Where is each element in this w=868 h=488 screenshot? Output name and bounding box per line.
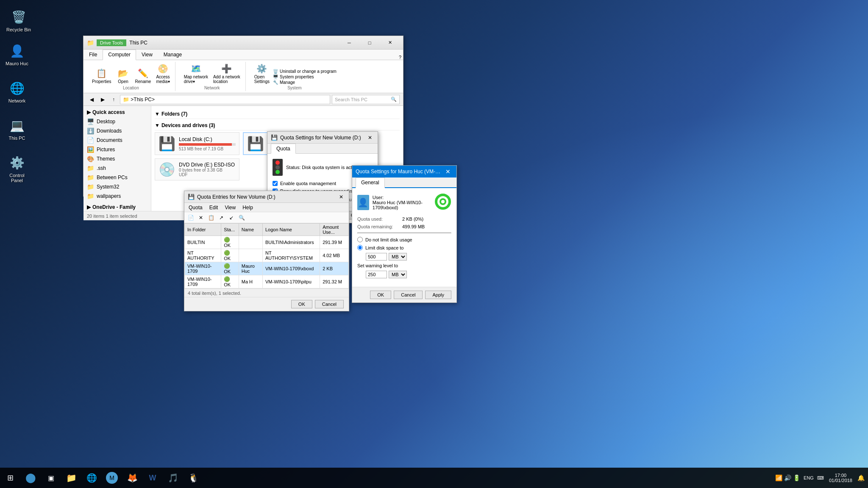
tab-computer[interactable]: Computer <box>103 50 136 60</box>
open-button[interactable]: 📂 Open <box>115 67 132 85</box>
row4-logon: VM-WIN10-1709\pitpu <box>262 275 320 288</box>
sidebar-item-pictures[interactable]: 🖼️ Pictures <box>83 145 151 154</box>
add-network-location-button[interactable]: ➕ Add a networklocation <box>211 63 242 85</box>
minimize-button[interactable]: ─ <box>339 36 359 50</box>
system-properties-button[interactable]: 🖥️ System properties <box>273 75 337 79</box>
taskbar-mauro[interactable]: M <box>102 468 122 488</box>
limit-radio[interactable] <box>357 245 363 250</box>
sidebar-item-documents[interactable]: 📄 Documents <box>83 136 151 145</box>
qe-menu-help[interactable]: Help <box>241 205 255 211</box>
ribbon-content: 📋 Properties 📂 Open ✏️ Rename 📀 <box>83 60 403 93</box>
drive-dvd-e[interactable]: 💿 DVD Drive (E:) ESD-ISO 0 bytes free of… <box>155 158 239 180</box>
folder-icon: 📁 <box>87 39 94 46</box>
open-settings-button[interactable]: ⚙️ OpenSettings <box>253 63 271 85</box>
enable-quota-checkbox[interactable] <box>273 181 278 186</box>
misc-icon: 🐧 <box>188 473 199 483</box>
ribbon-group-system: ⚙️ OpenSettings 🗑️ Uninstall or change a… <box>249 62 340 91</box>
help-button[interactable]: ? <box>399 55 401 60</box>
table-row[interactable]: VM-WIN10-1709 🟢OK Ma H VM-WIN10-1709\pit… <box>185 275 349 288</box>
tab-file[interactable]: File <box>83 50 103 60</box>
quota-user-close[interactable]: ✕ <box>443 166 453 177</box>
qe-import-button[interactable]: ↙ <box>227 214 236 222</box>
task-view-button[interactable]: ▣ <box>41 468 61 488</box>
sidebar-item-system32[interactable]: 📁 System32 <box>83 182 151 191</box>
qe-search-button[interactable]: 🔍 <box>237 214 246 222</box>
address-bar[interactable]: 📁 > This PC > <box>120 95 330 104</box>
properties-button[interactable]: 📋 Properties <box>90 67 113 85</box>
sidebar-item-wallpapers[interactable]: 📁 wallpapers <box>83 191 151 201</box>
maximize-button[interactable]: □ <box>360 36 379 50</box>
network-tray-icon[interactable]: 📶 <box>775 474 782 481</box>
taskbar-firefox[interactable]: 🦊 <box>122 468 142 488</box>
table-row[interactable]: NT AUTHORITY 🟢OK NT AUTHORITY\SYSTEM 4.0… <box>185 249 349 262</box>
battery-icon[interactable]: 🔋 <box>793 474 800 481</box>
sidebar-item-desktop[interactable]: 🖥️ Desktop <box>83 117 151 126</box>
qe-menu-quota[interactable]: Quota <box>187 205 204 211</box>
limit-input[interactable] <box>366 253 387 261</box>
table-row[interactable]: VM-WIN10-1709 🟢OK Mauro Huc VM-WIN10-170… <box>185 262 349 275</box>
search-bar[interactable]: Search This PC 🔍 <box>332 95 400 104</box>
qe-menu-view[interactable]: View <box>223 205 237 211</box>
no-limit-row: Do not limit disk usage <box>357 237 451 242</box>
desktop-icon-network[interactable]: 🌐 Network <box>2 78 32 105</box>
desktop-icon-this-pc[interactable]: 💻 This PC <box>2 115 32 142</box>
documents-icon: 📄 <box>87 137 94 144</box>
qu-tab-general[interactable]: General <box>356 177 385 188</box>
tab-manage[interactable]: Manage <box>158 50 187 60</box>
warning-input[interactable] <box>366 271 387 278</box>
sidebar-item-between-pcs[interactable]: 📁 Between PCs <box>83 173 151 182</box>
table-row[interactable]: BUILTIN 🟢OK BUILTIN\Administrators 291.3… <box>185 236 349 249</box>
warning-unit-select[interactable]: MB GB KB <box>389 271 407 278</box>
drive-local-c[interactable]: 💾 Local Disk (C:) 513 MB free of 7.19 GB <box>155 132 239 155</box>
no-limit-radio[interactable] <box>357 237 363 242</box>
qu-apply-button[interactable]: Apply <box>425 291 451 299</box>
qe-export-button[interactable]: ↗ <box>217 214 226 222</box>
sidebar-item-ssh[interactable]: 📁 .ssh <box>83 164 151 173</box>
qe-ok-button[interactable]: OK <box>291 300 312 308</box>
settings-icon: ⚙️ <box>256 64 267 74</box>
mauro-huc-label: Mauro Huc <box>6 61 28 66</box>
start-button[interactable]: ⊞ <box>0 468 20 488</box>
volume-icon[interactable]: 🔊 <box>784 474 791 481</box>
up-button[interactable]: ↑ <box>109 95 118 104</box>
sidebar-item-downloads[interactable]: ⬇️ Downloads <box>83 126 151 136</box>
back-button[interactable]: ◀ <box>87 95 96 104</box>
cortana-button[interactable]: ⬤ <box>20 468 41 488</box>
taskbar-file-explorer[interactable]: 📁 <box>61 468 81 488</box>
quota-entries-title: Quota Entries for New Volume (D:) <box>197 194 337 200</box>
close-button[interactable]: ✕ <box>380 36 400 50</box>
forward-button[interactable]: ▶ <box>98 95 107 104</box>
keyboard-icon[interactable]: ⌨ <box>817 475 824 481</box>
qe-menu-edit[interactable]: Edit <box>208 205 220 211</box>
notification-icon[interactable]: 🔔 <box>857 474 865 481</box>
open-icon: 📂 <box>118 68 128 78</box>
qe-cancel-button[interactable]: Cancel <box>315 300 344 308</box>
taskbar-word[interactable]: W <box>142 468 163 488</box>
ribbon-tab-drive-tools[interactable]: Drive Tools <box>97 39 126 46</box>
map-network-drive-button[interactable]: 🗺️ Map networkdrive▾ <box>182 63 210 85</box>
taskbar-misc[interactable]: 🐧 <box>183 468 203 488</box>
qe-properties-button[interactable]: 📋 <box>206 214 216 222</box>
desktop-icon-mauro-huc[interactable]: 👤 Mauro Huc <box>2 41 32 68</box>
language-indicator[interactable]: ENG <box>802 475 815 480</box>
quota-entries-close[interactable]: ✕ <box>337 193 345 201</box>
taskbar-media[interactable]: 🎵 <box>163 468 183 488</box>
sidebar-item-themes[interactable]: 🎨 Themes <box>83 154 151 164</box>
limit-unit-select[interactable]: MB GB KB <box>389 253 407 261</box>
uninstall-button[interactable]: 🗑️ Uninstall or change a program <box>273 69 337 74</box>
taskbar-clock[interactable]: 17:00 01/01/2018 <box>826 473 856 483</box>
rename-button[interactable]: ✏️ Rename <box>134 67 153 85</box>
tab-view[interactable]: View <box>136 50 158 60</box>
quota-tab[interactable]: Quota <box>271 144 296 154</box>
qe-delete-button[interactable]: ✕ <box>196 214 206 222</box>
quota-dialog-close[interactable]: ✕ <box>366 133 374 142</box>
access-media-button[interactable]: 📀 Accessmedia▾ <box>154 63 171 85</box>
taskbar-edge[interactable]: 🌐 <box>81 468 102 488</box>
desktop-icon-control-panel[interactable]: ⚙️ Control Panel <box>2 152 32 185</box>
row4-amount: 291.32 M <box>320 275 349 288</box>
qu-ok-button[interactable]: OK <box>370 291 391 299</box>
qu-cancel-button[interactable]: Cancel <box>394 291 423 299</box>
qe-new-button[interactable]: 📄 <box>186 214 195 222</box>
desktop-icon-recycle-bin[interactable]: 🗑️ Recycle Bin <box>3 7 34 34</box>
manage-button[interactable]: 🔧 Manage <box>273 80 337 85</box>
